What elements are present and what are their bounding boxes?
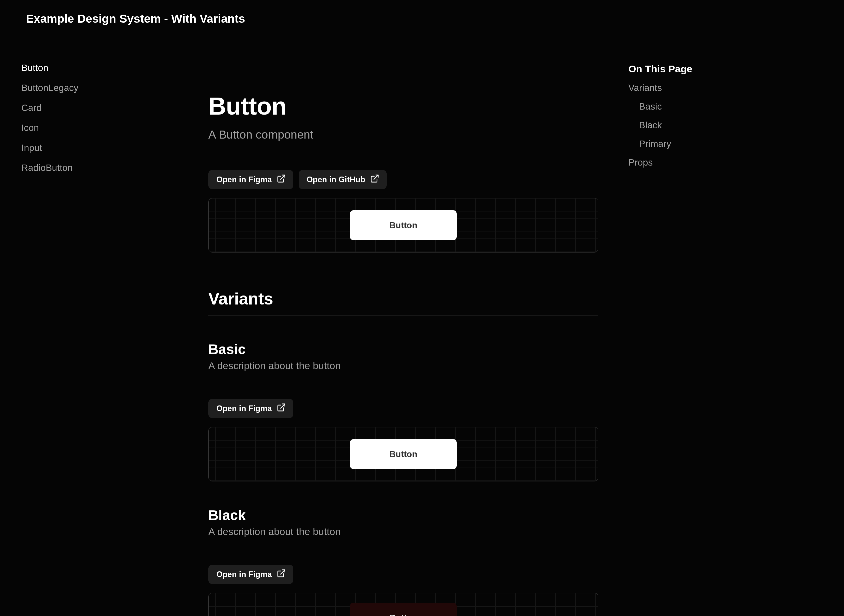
component-preview: Button	[208, 198, 598, 252]
open-in-figma-button[interactable]: Open in Figma	[208, 399, 293, 418]
open-in-figma-label: Open in Figma	[216, 404, 272, 413]
demo-button[interactable]: Button	[350, 210, 457, 240]
main-content: Button A Button component Open in Figma …	[208, 37, 598, 616]
external-link-icon	[276, 569, 286, 580]
svg-line-1	[373, 175, 378, 180]
demo-button-black[interactable]: Button	[350, 603, 457, 616]
open-in-github-button[interactable]: Open in GitHub	[298, 170, 387, 189]
variant-black-desc: A description about the button	[208, 526, 598, 537]
toc-item-props[interactable]: Props	[628, 157, 693, 168]
page-subtitle: A Button component	[208, 128, 598, 141]
sidebar-item-button[interactable]: Button	[21, 63, 208, 73]
external-link-icon	[276, 174, 286, 185]
open-in-github-label: Open in GitHub	[307, 175, 365, 184]
page-title: Button	[208, 94, 598, 119]
variants-heading: Variants	[208, 289, 598, 315]
component-preview-basic: Button	[208, 427, 598, 481]
sidebar-item-buttonlegacy[interactable]: ButtonLegacy	[21, 83, 208, 92]
sidebar-item-card[interactable]: Card	[21, 103, 208, 113]
open-in-figma-button[interactable]: Open in Figma	[208, 170, 293, 189]
open-in-figma-button[interactable]: Open in Figma	[208, 565, 293, 584]
sidebar-item-icon[interactable]: Icon	[21, 123, 208, 133]
table-of-contents: On This Page Variants Basic Black Primar…	[598, 37, 693, 616]
sidebar-nav: Button ButtonLegacy Card Icon Input Radi…	[0, 37, 208, 616]
variant-black-title: Black	[208, 507, 598, 524]
open-in-figma-label: Open in Figma	[216, 570, 272, 579]
external-link-icon	[276, 403, 286, 414]
toc-item-black[interactable]: Black	[639, 120, 693, 131]
svg-line-0	[280, 175, 285, 180]
external-link-icon	[370, 174, 379, 185]
header-title: Example Design System - With Variants	[26, 12, 245, 25]
demo-button-basic[interactable]: Button	[350, 439, 457, 469]
toc-item-basic[interactable]: Basic	[639, 101, 693, 112]
toc-heading: On This Page	[628, 63, 693, 75]
toc-item-primary[interactable]: Primary	[639, 139, 693, 149]
toc-item-variants[interactable]: Variants	[628, 83, 693, 93]
open-in-figma-label: Open in Figma	[216, 175, 272, 184]
variant-basic-title: Basic	[208, 342, 598, 358]
component-preview-black: Button	[208, 593, 598, 616]
variant-basic-desc: A description about the button	[208, 360, 598, 371]
sidebar-item-input[interactable]: Input	[21, 143, 208, 153]
svg-line-3	[280, 570, 285, 574]
sidebar-item-radiobutton[interactable]: RadioButton	[21, 163, 208, 173]
svg-line-2	[280, 404, 285, 408]
